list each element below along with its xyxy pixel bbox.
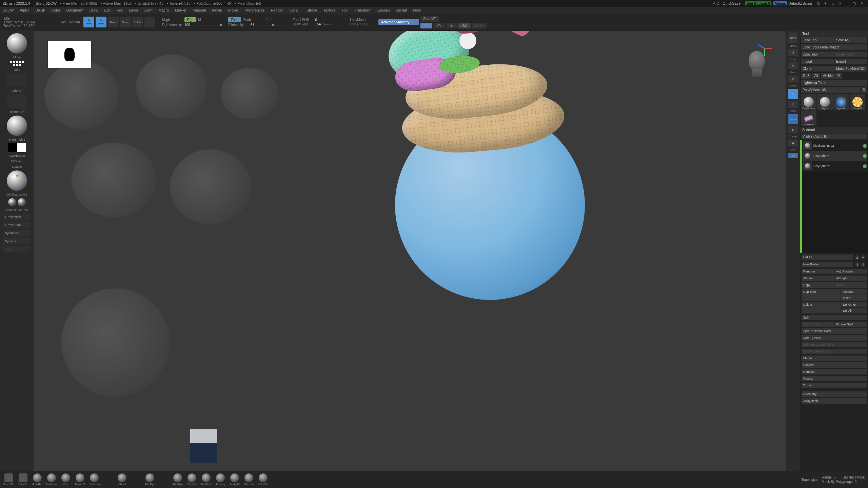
visible-count-label[interactable]: Visible Count 10	[801, 134, 867, 139]
spix-label[interactable]: SPix 3	[790, 45, 796, 47]
ghost-button[interactable]: ◒	[788, 140, 798, 146]
brush-slot-10[interactable]: TrimDyn	[144, 473, 155, 486]
copy-tool-button[interactable]: Copy Tool	[801, 52, 834, 57]
visibility-icon[interactable]	[863, 154, 867, 158]
brush-slot-3[interactable]: MaskLas	[46, 473, 57, 486]
menu-macro[interactable]: Macro	[158, 8, 169, 12]
title-icon-1[interactable]: ⧉	[815, 1, 822, 6]
scale-button[interactable]: Scale	[120, 17, 131, 27]
menu-zplugin[interactable]: Zplugin	[378, 8, 390, 12]
new-folder-button[interactable]: New Folder	[802, 262, 853, 267]
menu-draw[interactable]: Draw	[90, 8, 98, 12]
symmetry-x-button[interactable]: >X<	[420, 23, 432, 28]
lightbox-tools-button[interactable]: Lightbox▶Tools	[801, 80, 867, 86]
storemt-button[interactable]: StoreMT	[420, 16, 439, 22]
menu-render[interactable]: Render	[271, 8, 283, 12]
objshadow-label[interactable]: ObjShadow 0.3	[6, 193, 27, 196]
grp-button[interactable]: Grp	[788, 153, 798, 158]
minimize-icon[interactable]: —	[843, 1, 850, 5]
move-down-icon[interactable]: ⇩	[861, 262, 865, 267]
reference-thumbnail[interactable]	[48, 41, 91, 68]
dynamic-label[interactable]: Dynamic	[323, 23, 343, 26]
swatch-black[interactable]	[8, 143, 17, 152]
zsub-label[interactable]: Zsub	[243, 18, 263, 22]
viewport[interactable]	[34, 30, 786, 471]
bpr-button[interactable]: BPR	[788, 33, 798, 43]
symmetry-z-button[interactable]: >Z<	[446, 23, 457, 28]
tposemesh-button[interactable]: TPoseMesh	[3, 214, 31, 220]
live-boolean-label[interactable]: Live Boolean	[60, 20, 81, 24]
floor-label[interactable]: Floor	[790, 71, 796, 74]
dynamic-button[interactable]: Dynamic	[3, 238, 31, 244]
symmetry-y-button[interactable]: >Y<	[433, 23, 445, 28]
polyframe-button[interactable]: ⊞	[788, 89, 798, 99]
menu-layer[interactable]: Layer	[129, 8, 138, 12]
load-tool-button[interactable]: Load Tool	[801, 37, 834, 43]
default-zscript-button[interactable]: DefaultZScript	[788, 1, 812, 5]
material-preview[interactable]	[7, 116, 27, 136]
move-button[interactable]: Move	[108, 17, 119, 27]
move-up-icon[interactable]: ⇧	[855, 262, 860, 267]
delmt-button[interactable]: DelMT	[472, 23, 487, 28]
subtool-header[interactable]: Subtool	[800, 127, 868, 133]
zadd-button[interactable]: Zadd	[228, 17, 241, 22]
merge-header[interactable]: Merge	[802, 355, 867, 361]
polysphere-label[interactable]: PolySphere. 48	[801, 87, 860, 93]
range-value[interactable]: 5	[834, 475, 836, 479]
brush-slot-15[interactable]: Topolog	[215, 473, 226, 486]
list-all-button[interactable]: List All	[802, 255, 853, 260]
load-project-button[interactable]: Load Tools From Project	[801, 44, 867, 50]
menu-zscript[interactable]: Zscript	[396, 8, 407, 12]
skinsha-sphere[interactable]	[18, 198, 26, 206]
gizmo-button[interactable]	[144, 17, 155, 27]
visibility-icon[interactable]	[863, 164, 867, 168]
del-other-button[interactable]: Del Other	[841, 302, 867, 307]
save-as-button[interactable]: Save As	[834, 37, 867, 43]
persp-label[interactable]: Persp	[790, 58, 796, 60]
export-button[interactable]: Export	[834, 59, 867, 64]
boolean-header[interactable]: Boolean	[802, 362, 867, 368]
menu-texture[interactable]: Texture	[323, 8, 336, 12]
double-button[interactable]: Double	[12, 165, 22, 168]
tool-thumb-0[interactable]: PolySphere	[801, 94, 816, 110]
xyz-button[interactable]: ✲	[788, 62, 798, 69]
alpha-preview[interactable]	[7, 74, 27, 87]
camera-head-preview[interactable]	[745, 51, 769, 82]
rename-button[interactable]: Rename	[802, 269, 834, 274]
title-icon-2[interactable]: ✦	[823, 1, 829, 6]
quicksave-button[interactable]: QuickSave	[723, 1, 741, 5]
copy-button[interactable]: Copy	[802, 282, 834, 288]
menu-brush[interactable]: Brush	[36, 8, 45, 12]
del-all-button[interactable]: Del All	[841, 308, 867, 313]
extract-header[interactable]: Extract	[802, 383, 867, 388]
remesh-header[interactable]: Remesh	[802, 369, 867, 374]
tool-thumb-2[interactable]: AlphaBr	[833, 94, 849, 110]
goz-button[interactable]: GoZ	[801, 73, 811, 79]
subtool-item-0[interactable]: blockouthippo2	[803, 141, 867, 151]
split-parts-button[interactable]: Split To Parts	[802, 335, 867, 341]
menu-transform[interactable]: Transform	[355, 8, 372, 12]
menu-stencil[interactable]: Stencil	[289, 8, 300, 12]
visibility-icon[interactable]	[863, 144, 867, 148]
m-label[interactable]: M	[198, 18, 218, 22]
backfacemask-button[interactable]: BackfaceMask	[843, 475, 865, 479]
brush-preview[interactable]	[7, 33, 27, 54]
menu-stroke[interactable]: Stroke	[307, 8, 317, 12]
mrgb-label[interactable]: Mrgb	[162, 18, 182, 22]
all-high-button[interactable]: All High	[834, 276, 867, 281]
make-polymesh-button[interactable]: Make PolyMesh3D	[834, 66, 867, 72]
insert-button[interactable]: Insert	[841, 295, 867, 301]
groups-split-button[interactable]: Groups Split	[834, 322, 867, 327]
project-header[interactable]: Project	[802, 376, 867, 381]
duplicate-button[interactable]: Duplicate	[802, 289, 841, 301]
brush-slot-2[interactable]: MaskRec	[32, 473, 43, 486]
menu-file[interactable]: File	[117, 8, 123, 12]
flatcol-sphere[interactable]	[8, 198, 16, 206]
menu-material[interactable]: Material	[193, 8, 206, 12]
split-header[interactable]: Split	[802, 315, 867, 320]
tool-header[interactable]: Tool	[800, 30, 868, 37]
draw-mode-button[interactable]: ✎Draw	[96, 17, 106, 27]
edit-mode-button[interactable]: ✎Edit	[83, 17, 94, 27]
rotate-button[interactable]: Rotate	[132, 17, 143, 27]
maskby-value[interactable]: 0	[855, 480, 857, 484]
